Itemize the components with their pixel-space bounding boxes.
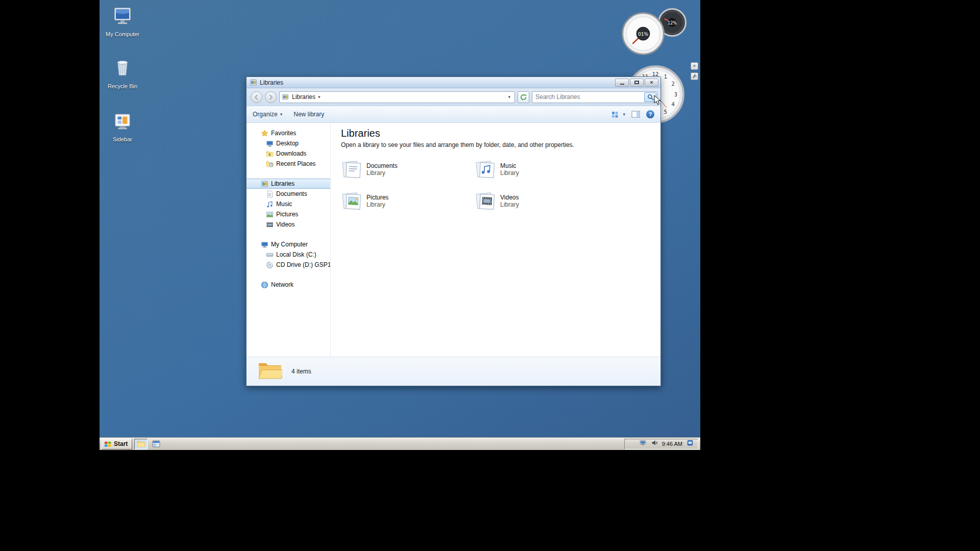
library-item-videos[interactable]: Videos Library: [475, 192, 600, 213]
close-button[interactable]: ×: [645, 79, 658, 87]
organize-label: Organize: [253, 111, 278, 118]
minimize-icon: [620, 84, 624, 85]
nav-libraries[interactable]: Libraries: [247, 179, 330, 189]
library-item-documents[interactable]: Documents Library: [341, 160, 466, 182]
nav-item-label: Pictures: [276, 211, 298, 218]
music-library-icon: [475, 160, 497, 182]
window-titlebar[interactable]: Libraries ×: [247, 77, 660, 88]
nav-favorites[interactable]: Favorites: [247, 128, 330, 138]
nav-my-computer-label: My Computer: [271, 241, 308, 248]
library-type: Library: [366, 201, 388, 208]
address-bar[interactable]: Libraries ▾ ▾: [279, 91, 515, 103]
search-input[interactable]: [535, 93, 644, 101]
library-type: Library: [500, 169, 519, 177]
preview-pane-button[interactable]: [631, 111, 640, 118]
command-toolbar: Organize ▾ New library ▾ ?: [247, 106, 660, 123]
search-button[interactable]: [644, 92, 656, 102]
folder-icon: [137, 440, 145, 447]
chevron-down-icon: ▾: [623, 112, 625, 117]
volume-tray-icon[interactable]: [651, 439, 658, 448]
computer-icon: [261, 241, 268, 248]
library-type: Library: [500, 201, 519, 208]
desktop-icon-my-computer[interactable]: My Computer: [100, 5, 145, 37]
library-item-pictures[interactable]: Pictures Library: [341, 192, 466, 213]
nav-network[interactable]: Network: [247, 280, 330, 290]
organize-button[interactable]: Organize ▾: [253, 111, 282, 118]
address-history-dropdown[interactable]: ▾: [505, 94, 512, 99]
cpu-meter-gadget[interactable]: 12% 01%: [621, 2, 698, 67]
nav-item-documents[interactable]: Documents: [247, 189, 330, 199]
taskbar-explorer-button[interactable]: [134, 439, 148, 449]
nav-item-label: Documents: [276, 190, 307, 197]
navigation-bar: Libraries ▾ ▾: [247, 88, 660, 106]
nav-item-downloads[interactable]: Downloads: [247, 148, 330, 159]
item-count: 4 items: [291, 368, 311, 375]
search-icon: [647, 94, 654, 101]
recent-places-icon: [266, 160, 274, 168]
desktop-icon-sidebar[interactable]: Sidebar: [100, 111, 145, 142]
start-button[interactable]: Start: [102, 439, 132, 449]
change-view-button[interactable]: ▾: [611, 111, 625, 118]
nav-item-label: Downloads: [276, 150, 306, 157]
nav-item-label: Music: [276, 201, 292, 208]
preview-pane-icon: [631, 111, 640, 118]
documents-icon: [266, 190, 274, 198]
system-tray: 9:46 AM: [624, 439, 698, 449]
forward-button[interactable]: [265, 91, 277, 103]
desktop-icon-recycle-bin[interactable]: Recycle Bin: [100, 56, 145, 89]
toolbar-right-group: ▾ ?: [611, 110, 654, 118]
library-type: Library: [366, 169, 398, 177]
close-icon: ×: [650, 80, 653, 85]
svg-text:3: 3: [674, 92, 677, 97]
libraries-icon: [261, 180, 268, 188]
views-icon: [611, 111, 620, 118]
breadcrumb-location[interactable]: Libraries: [292, 93, 315, 101]
library-item-music[interactable]: Music Library: [475, 160, 600, 182]
desktop-icon-label: My Computer: [106, 31, 139, 37]
breadcrumb-chevron-icon[interactable]: ▾: [318, 94, 321, 99]
nav-item-pictures[interactable]: Pictures: [247, 209, 330, 219]
library-name: Music: [500, 162, 519, 169]
gadget-options-button[interactable]: [691, 72, 698, 80]
nav-my-computer[interactable]: My Computer: [247, 239, 330, 249]
display-tray-icon[interactable]: [687, 439, 694, 448]
back-button[interactable]: [251, 91, 262, 103]
nav-item-local-disk-c[interactable]: Local Disk (C:): [247, 249, 330, 260]
cpu-dial: 01%: [621, 12, 665, 58]
library-name: Documents: [366, 162, 398, 169]
quick-launch-app-button[interactable]: [150, 439, 163, 449]
nav-item-recent-places[interactable]: Recent Places: [247, 159, 330, 169]
close-icon: ×: [693, 64, 696, 68]
maximize-button[interactable]: [630, 79, 644, 87]
nav-item-label: Recent Places: [276, 160, 315, 167]
library-grid: Documents Library Music Library: [341, 160, 660, 213]
nav-item-music[interactable]: Music: [247, 199, 330, 209]
windows-flag-icon: [104, 440, 112, 448]
nav-network-label: Network: [271, 281, 293, 288]
back-arrow-icon: [254, 94, 259, 100]
refresh-button[interactable]: [518, 91, 529, 103]
forward-arrow-icon: [268, 94, 274, 100]
nav-item-cd-drive-d[interactable]: CD Drive (D:) GSP1RM: [247, 260, 330, 270]
nav-item-desktop[interactable]: Desktop: [247, 138, 330, 148]
nav-item-label: Videos: [276, 221, 295, 228]
gadget-close-button[interactable]: ×: [691, 62, 698, 70]
nav-item-label: Desktop: [276, 140, 299, 147]
pictures-icon: [266, 211, 274, 218]
help-button[interactable]: ?: [646, 110, 654, 118]
desktop-icon-label: Sidebar: [113, 136, 132, 142]
explorer-window: Libraries × Libraries ▾ ▾: [246, 77, 661, 386]
maximize-icon: [634, 81, 639, 84]
new-library-button[interactable]: New library: [293, 111, 324, 118]
taskbar-clock[interactable]: 9:46 AM: [662, 441, 682, 447]
my-computer-icon: [111, 5, 134, 30]
start-label: Start: [114, 440, 128, 447]
svg-text:1: 1: [664, 74, 667, 80]
music-icon: [266, 201, 274, 208]
svg-text:2: 2: [671, 81, 674, 87]
minimize-button[interactable]: [615, 79, 629, 87]
recycle-bin-icon: [111, 56, 134, 82]
nav-item-videos[interactable]: Videos: [247, 219, 330, 230]
network-tray-icon[interactable]: [639, 439, 647, 448]
show-hidden-icons-button[interactable]: [629, 439, 635, 448]
